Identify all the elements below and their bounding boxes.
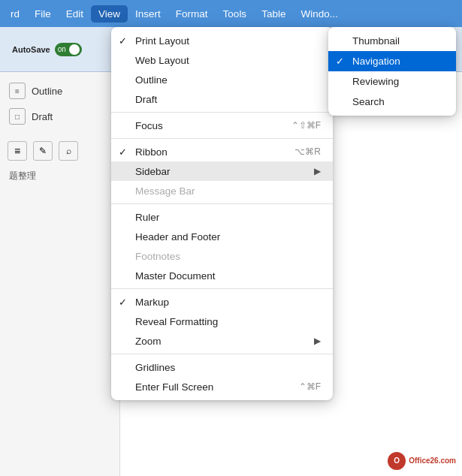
toggle-knob <box>69 44 80 55</box>
focus-shortcut: ⌃⇧⌘F <box>291 120 321 131</box>
sub-item-reviewing[interactable]: Reviewing <box>328 71 456 92</box>
menu-item-tools[interactable]: Tools <box>216 5 255 23</box>
watermark-icon: O <box>388 452 406 470</box>
menu-print-layout[interactable]: Print Layout <box>111 31 333 50</box>
menu-zoom[interactable]: Zoom ▶ <box>111 331 333 351</box>
autosave-toggle[interactable]: on <box>55 43 82 56</box>
watermark-label: Office26.com <box>409 454 456 468</box>
menu-enter-fullscreen[interactable]: Enter Full Screen ⌃⌘F <box>111 377 333 396</box>
menu-item-insert[interactable]: Insert <box>128 5 168 23</box>
edit-icon[interactable]: ✎ <box>33 141 53 161</box>
autosave-area: AutoSave on <box>6 43 88 56</box>
menu-sidebar[interactable]: Sidebar ▶ <box>111 161 333 181</box>
menu-gridlines[interactable]: Gridlines <box>111 357 333 377</box>
ribbon-shortcut: ⌥⌘R <box>294 146 321 157</box>
autosave-label: AutoSave <box>12 45 50 54</box>
sidebar-arrow-icon: ▶ <box>314 166 321 176</box>
menu-message-bar: Message Bar <box>111 181 333 200</box>
menu-bar: rd File Edit View Insert Format Tools Ta… <box>0 0 462 27</box>
zoom-arrow-icon: ▶ <box>314 336 321 346</box>
divider-2 <box>111 138 333 139</box>
left-panel-item-outline[interactable]: ≡ Outline <box>0 78 119 104</box>
menu-draft[interactable]: Draft <box>111 89 333 109</box>
left-panel-item-draft[interactable]: □ Draft <box>0 104 119 129</box>
search-icon[interactable]: ⌕ <box>59 141 78 161</box>
sub-item-thumbnail[interactable]: Thumbnail <box>328 31 456 51</box>
left-panel: ≡ Outline □ Draft ≡ ✎ ⌕ 题整理 <box>0 72 120 476</box>
menu-ruler[interactable]: Ruler <box>111 207 333 227</box>
menu-focus[interactable]: Focus ⌃⇧⌘F <box>111 116 333 135</box>
menu-master-document[interactable]: Master Document <box>111 266 333 285</box>
watermark-area: O Office26.com <box>388 452 456 470</box>
list-icon[interactable]: ≡ <box>8 141 27 161</box>
menu-outline[interactable]: Outline <box>111 70 333 89</box>
outline-label: Outline <box>32 86 62 97</box>
menu-item-file[interactable]: File <box>27 5 59 23</box>
sidebar-submenu: Thumbnail Navigation Reviewing Search <box>328 27 456 116</box>
divider-5 <box>111 354 333 354</box>
main-dropdown-menu: Print Layout Web Layout Outline Draft Fo… <box>111 27 333 400</box>
menu-markup[interactable]: Markup <box>111 292 333 312</box>
divider-4 <box>111 288 333 289</box>
draft-label: Draft <box>32 111 53 122</box>
fullscreen-shortcut: ⌃⌘F <box>299 381 321 392</box>
menu-item-view[interactable]: View <box>91 5 128 23</box>
toggle-on-label: on <box>58 45 66 53</box>
menu-item-format[interactable]: Format <box>168 5 216 23</box>
outline-icon: ≡ <box>9 83 26 99</box>
menu-reveal-formatting[interactable]: Reveal Formatting <box>111 312 333 331</box>
menu-item-edit[interactable]: Edit <box>59 5 91 23</box>
divider-3 <box>111 203 333 204</box>
menu-item-rd[interactable]: rd <box>3 5 27 23</box>
draft-icon: □ <box>9 108 26 125</box>
menu-web-layout[interactable]: Web Layout <box>111 50 333 70</box>
menu-item-table[interactable]: Table <box>254 5 293 23</box>
sub-item-navigation[interactable]: Navigation <box>328 51 456 71</box>
divider-1 <box>111 112 333 113</box>
sub-item-search[interactable]: Search <box>328 92 456 112</box>
menu-footnotes: Footnotes <box>111 246 333 266</box>
outline-section-label: 题整理 <box>0 167 119 185</box>
menu-item-window[interactable]: Windo... <box>293 5 346 23</box>
menu-ribbon[interactable]: Ribbon ⌥⌘R <box>111 142 333 161</box>
menu-header-footer[interactable]: Header and Footer <box>111 227 333 246</box>
